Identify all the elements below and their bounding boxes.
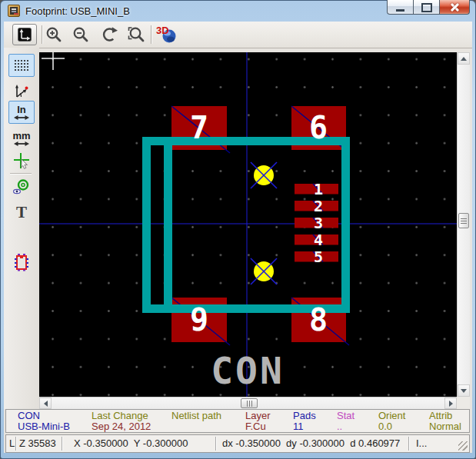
toolbar-separator bbox=[10, 173, 32, 174]
up-arrow-icon bbox=[461, 57, 467, 61]
statusbar-separator bbox=[62, 437, 62, 451]
client-area: 3D bbox=[4, 22, 472, 453]
down-arrow-icon bbox=[461, 389, 467, 393]
units-cell: I... bbox=[416, 437, 427, 449]
status-field-orient: Orient 0.0 bbox=[378, 411, 405, 432]
zoom-level-cell: Z 35583 bbox=[19, 437, 56, 449]
pad-number-7: 7 bbox=[190, 110, 208, 145]
coordinate-bar: L Z 35583 X -0.350000 Y -0.300000 dx -0.… bbox=[5, 434, 470, 453]
grid-dots-icon bbox=[13, 58, 30, 73]
top-toolbar: 3D bbox=[4, 22, 472, 48]
zoom-out-button[interactable] bbox=[72, 25, 90, 44]
pad-number-2: 2 bbox=[314, 197, 323, 215]
resize-grip[interactable] bbox=[458, 441, 468, 451]
right-arrow-icon bbox=[449, 401, 453, 407]
footprint-edges-button[interactable] bbox=[8, 253, 35, 271]
horizontal-scroll-thumb[interactable] bbox=[241, 398, 258, 408]
polar-coords-icon bbox=[14, 84, 29, 99]
zoom-fit-button[interactable] bbox=[127, 25, 145, 44]
redraw-button[interactable] bbox=[101, 25, 119, 44]
left-arrow-icon bbox=[44, 401, 48, 407]
scroll-right-button[interactable] bbox=[444, 397, 457, 409]
window-controls bbox=[387, 0, 470, 15]
status-field-pads: Pads 11 bbox=[293, 411, 316, 432]
scrollbar-corner bbox=[457, 397, 470, 409]
mm-label: mm bbox=[12, 131, 30, 141]
pad-number-3: 3 bbox=[314, 214, 323, 232]
left-toolbar: In mm bbox=[4, 48, 39, 409]
toolbar-separator bbox=[42, 25, 42, 44]
status-field-layer: Layer F.Cu bbox=[245, 411, 271, 432]
units-mm-button[interactable]: mm bbox=[8, 127, 35, 150]
horizontal-scrollbar[interactable] bbox=[39, 397, 457, 409]
statusbar-separator bbox=[15, 437, 16, 451]
left-right-arrow-icon bbox=[14, 115, 29, 121]
units-inches-button[interactable]: In bbox=[8, 101, 35, 124]
footprint-outline-icon bbox=[13, 253, 30, 271]
maximize-icon bbox=[421, 3, 432, 12]
statusbar-separator bbox=[408, 437, 409, 451]
toolbar-separator bbox=[151, 25, 151, 44]
statusbar-separator bbox=[215, 437, 216, 451]
pad-number-8: 8 bbox=[309, 302, 328, 338]
pad-number-9: 9 bbox=[190, 302, 208, 338]
minimize-icon bbox=[396, 9, 404, 12]
show-pads-button[interactable] bbox=[8, 178, 35, 195]
scroll-up-button[interactable] bbox=[458, 52, 470, 65]
relative-position-cell: dx -0.350000 dy -0.300000 d 0.460977 bbox=[222, 437, 400, 449]
inches-label: In bbox=[17, 105, 26, 115]
zoom-in-button[interactable] bbox=[45, 25, 63, 44]
pad-visibility-eye-icon bbox=[12, 178, 31, 195]
axes bbox=[39, 52, 457, 397]
component-reference-label: CON bbox=[211, 349, 285, 392]
pad-number-5: 5 bbox=[314, 248, 323, 266]
minimize-button[interactable] bbox=[387, 0, 413, 15]
3d-label: 3D bbox=[156, 25, 169, 36]
pan-origin-icon bbox=[17, 27, 32, 42]
status-mode-cell: L bbox=[9, 437, 15, 449]
pad-number-1: 1 bbox=[314, 180, 323, 198]
text-sketch-button[interactable]: T bbox=[8, 204, 35, 221]
vertical-scrollbar[interactable] bbox=[457, 52, 470, 397]
status-field-netlist-path: Netlist path bbox=[171, 411, 221, 421]
status-field-last-change: Last Change Sep 24, 2012 bbox=[92, 411, 151, 432]
left-right-arrow-icon bbox=[14, 141, 29, 147]
cursor-crosshair bbox=[42, 52, 65, 70]
scroll-down-button[interactable] bbox=[458, 384, 470, 397]
scroll-left-button[interactable] bbox=[39, 397, 52, 409]
footprint-info-bar: CON USB-Mini-B Last Change Sep 24, 2012 … bbox=[5, 409, 470, 433]
pad-number-4: 4 bbox=[314, 231, 323, 249]
window-title: Footprint: USB_MINI_B bbox=[25, 5, 130, 17]
status-field-attrib: Attrib Normal bbox=[429, 411, 461, 432]
text-mode-label: T bbox=[16, 205, 27, 220]
pan-origin-button[interactable] bbox=[12, 24, 37, 45]
footprint-drawing: 7 6 1 2 3 4 5 9 8 CON bbox=[39, 52, 457, 397]
status-field-reference: CON USB-Mini-B bbox=[18, 411, 70, 432]
close-icon bbox=[450, 2, 460, 12]
footprint-canvas[interactable]: 7 6 1 2 3 4 5 9 8 CON bbox=[39, 52, 457, 397]
footprint-viewer-window: Footprint: USB_MINI_B bbox=[0, 0, 476, 459]
maximize-button[interactable] bbox=[413, 0, 439, 15]
app-icon bbox=[8, 5, 20, 17]
status-field-stat: Stat .. bbox=[337, 411, 355, 432]
grid-toggle-button[interactable] bbox=[8, 54, 35, 77]
polar-coords-button[interactable] bbox=[8, 82, 35, 101]
cursor-shape-button[interactable] bbox=[8, 152, 35, 169]
3d-viewer-button[interactable]: 3D bbox=[155, 24, 178, 45]
cursor-position-cell: X -0.350000 Y -0.300000 bbox=[74, 437, 188, 449]
close-button[interactable] bbox=[439, 0, 470, 15]
vertical-scroll-thumb[interactable] bbox=[458, 213, 469, 228]
pad-number-6: 6 bbox=[309, 110, 328, 145]
crosshair-cursor-icon bbox=[13, 152, 30, 169]
